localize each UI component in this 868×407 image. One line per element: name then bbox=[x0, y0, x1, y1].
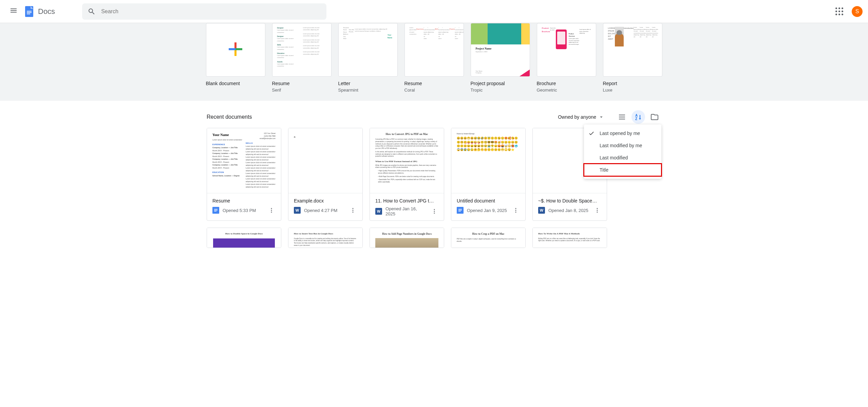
plus-icon bbox=[227, 41, 244, 59]
document-more-button[interactable] bbox=[512, 206, 520, 214]
sort-option[interactable]: Last modified bbox=[584, 152, 661, 164]
document-date: Opened 5:33 PM bbox=[223, 208, 264, 213]
document-more-button[interactable] bbox=[593, 206, 601, 214]
document-card[interactable]: How to Add Page Numbers in Google Docs bbox=[370, 228, 444, 248]
svg-rect-2 bbox=[27, 12, 32, 13]
folder-icon bbox=[650, 113, 659, 121]
sort-option[interactable]: Title bbox=[584, 164, 661, 176]
header: Docs S bbox=[0, 0, 868, 23]
template-card-blank[interactable]: Blank document bbox=[206, 23, 265, 93]
check-icon bbox=[588, 154, 595, 161]
google-apps-button[interactable] bbox=[833, 5, 846, 18]
document-card[interactable]: How To Write On A PDF Mac 6 MethodsEditi… bbox=[532, 228, 607, 248]
more-vert-icon bbox=[594, 207, 600, 213]
more-vert-icon bbox=[350, 207, 356, 213]
user-avatar[interactable]: S bbox=[852, 6, 863, 17]
document-name: Example.docx bbox=[294, 198, 357, 204]
svg-point-27 bbox=[515, 208, 516, 209]
document-name: ~$. How to Double Space… bbox=[538, 198, 601, 204]
sort-dropdown: Last opened by meLast modified by meLast… bbox=[584, 124, 661, 179]
dropdown-icon bbox=[598, 114, 604, 120]
document-card[interactable]: Your NameLorem ipsum dolor sit amet cons… bbox=[207, 128, 281, 221]
main-menu-button[interactable] bbox=[5, 3, 22, 20]
document-more-button[interactable] bbox=[349, 206, 357, 214]
recent-section: Recent documents Owned by anyone AZ Last… bbox=[203, 101, 665, 253]
recent-header: Recent documents Owned by anyone AZ Last… bbox=[203, 106, 665, 128]
template-card-report[interactable]: LOREM IPSUM DOLOR SIT AMETIntroductionLo… bbox=[603, 23, 662, 93]
template-name: Report bbox=[603, 81, 662, 86]
svg-rect-11 bbox=[214, 209, 218, 210]
template-subtitle: Coral bbox=[404, 88, 464, 93]
word-file-icon: W bbox=[375, 208, 382, 215]
more-vert-icon bbox=[268, 207, 275, 213]
templates-section: Blank documentDesignerLorem ipsum dolor … bbox=[0, 23, 868, 101]
check-icon bbox=[588, 130, 595, 137]
sort-button[interactable]: AZ bbox=[631, 110, 645, 124]
document-date: Opened Jan 8, 2025 bbox=[548, 208, 590, 213]
document-card[interactable]: How to Convert JPG to PDF on MacConverti… bbox=[370, 128, 444, 221]
template-subtitle: Serif bbox=[272, 88, 332, 93]
svg-rect-26 bbox=[458, 211, 461, 212]
document-more-button[interactable] bbox=[430, 207, 438, 215]
svg-point-22 bbox=[434, 213, 435, 214]
svg-rect-7 bbox=[229, 48, 235, 50]
svg-point-15 bbox=[271, 210, 272, 211]
list-view-button[interactable] bbox=[615, 110, 629, 124]
more-vert-icon bbox=[513, 207, 519, 213]
svg-rect-1 bbox=[27, 11, 32, 12]
svg-point-28 bbox=[515, 210, 516, 211]
template-name: Brochure bbox=[537, 81, 596, 86]
template-card-letter[interactable]: Recipient NameStreet AddressCity StateDe… bbox=[338, 23, 398, 93]
search-icon bbox=[88, 7, 96, 16]
svg-point-21 bbox=[434, 211, 435, 212]
docs-icon bbox=[23, 5, 35, 18]
template-card-resume_coral[interactable]: Lorem ipsum dolor sit amet consecteturEx… bbox=[404, 23, 464, 93]
svg-point-29 bbox=[515, 212, 516, 213]
document-date: Opened 4:27 PM bbox=[304, 208, 345, 213]
document-card[interactable]: aExample.docxWOpened 4:27 PM bbox=[288, 128, 363, 221]
svg-point-32 bbox=[597, 212, 598, 213]
folder-button[interactable] bbox=[648, 110, 661, 124]
templates-row: Blank documentDesignerLorem ipsum dolor … bbox=[203, 23, 665, 93]
search-bar[interactable] bbox=[82, 3, 326, 20]
document-more-button[interactable] bbox=[267, 206, 276, 214]
svg-point-31 bbox=[597, 210, 598, 211]
document-card[interactable]: How to Crop a PDF on MacPDF files are a … bbox=[451, 228, 526, 248]
document-name: 11. How to Convert JPG t… bbox=[375, 198, 438, 204]
svg-rect-3 bbox=[27, 14, 30, 14]
document-card[interactable]: How to Insert Text Box in Google DocsGoo… bbox=[288, 228, 363, 248]
template-name: Resume bbox=[272, 81, 332, 86]
template-card-resume_serif[interactable]: DesignerLorem ipsum dolor sit amet conse… bbox=[272, 23, 332, 93]
app-logo[interactable]: Docs bbox=[23, 5, 55, 18]
template-subtitle: Tropic bbox=[471, 88, 530, 93]
sort-option-label: Last opened by me bbox=[600, 131, 640, 136]
svg-point-19 bbox=[353, 212, 354, 213]
search-input[interactable] bbox=[101, 8, 321, 15]
document-card[interactable]: How to Double Space in Google Docs bbox=[207, 228, 281, 248]
view-controls: AZ bbox=[615, 110, 661, 124]
sort-option[interactable]: Last opened by me bbox=[584, 127, 661, 139]
template-name: Project proposal bbox=[471, 81, 530, 86]
document-date: Opened Jan 16, 2025 bbox=[385, 206, 427, 216]
sort-option[interactable]: Last modified by me bbox=[584, 139, 661, 152]
more-vert-icon bbox=[431, 208, 437, 214]
document-card[interactable]: How to Insert Emoji😀😃😄😁😆😅😂🤣😊😇🙂🙃😉😌😍🥰😘😗😙😚😋… bbox=[451, 128, 526, 221]
svg-point-17 bbox=[353, 208, 354, 209]
hamburger-icon bbox=[10, 7, 18, 16]
document-name: Resume bbox=[212, 198, 276, 204]
svg-rect-12 bbox=[214, 210, 218, 211]
owner-filter[interactable]: Owned by anyone bbox=[555, 111, 607, 123]
check-icon bbox=[588, 142, 595, 149]
template-card-brochure[interactable]: Product BrochureSeptember 04 20XXProduct… bbox=[537, 23, 596, 93]
docs-file-icon bbox=[212, 207, 219, 214]
svg-rect-24 bbox=[458, 209, 462, 210]
svg-point-14 bbox=[271, 208, 272, 209]
sort-option-label: Last modified by me bbox=[600, 143, 642, 148]
template-name: Letter bbox=[338, 81, 398, 86]
svg-rect-25 bbox=[458, 210, 462, 211]
template-subtitle: Geometric bbox=[537, 88, 596, 93]
owner-filter-label: Owned by anyone bbox=[558, 114, 596, 120]
document-name: Untitled document bbox=[457, 198, 520, 204]
svg-rect-13 bbox=[214, 211, 216, 212]
template-card-proposal[interactable]: Project NameSeptember 4, 20XXYour NameCo… bbox=[471, 23, 530, 93]
